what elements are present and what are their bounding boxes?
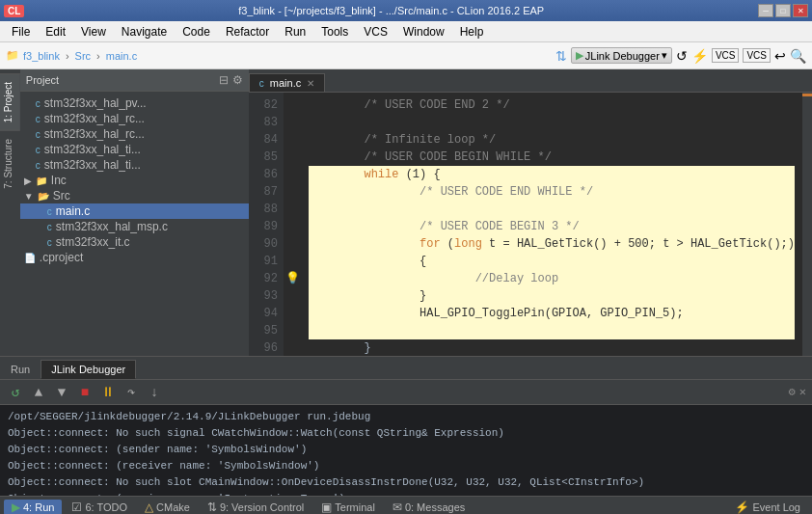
rerun-icon[interactable]: ↺ (676, 48, 688, 64)
code-editor[interactable]: 82 83 84 85 86 87 88 89 90 91 92 93 94 9… (249, 93, 812, 356)
debug-label: JLink Debugger (585, 50, 660, 62)
sidebar-item-structure[interactable]: 7: Structure (0, 130, 20, 197)
breadcrumb-file[interactable]: main.c (106, 50, 137, 62)
log-line: Object::connect: (receiver name: 'Symbol… (8, 458, 804, 474)
toolbar: 📁 f3_blink › Src › main.c ⇅ ▶ JLink Debu… (0, 42, 812, 69)
taskbar-vcs[interactable]: ⇅ 9: Version Control (200, 500, 311, 515)
titlebar-left: CL (4, 5, 24, 17)
maximize-button[interactable]: □ (775, 4, 791, 17)
chevron-right-icon: ▶ (24, 176, 32, 186)
log-line: Object::connect: No such signal CWatchWi… (8, 425, 804, 442)
taskbar-eventlog[interactable]: ⚡ Event Log (727, 500, 808, 515)
list-item[interactable]: ▶ 📁 Inc (20, 173, 249, 188)
app-icon: CL (4, 5, 24, 17)
tab-close-icon[interactable]: ✕ (307, 78, 314, 89)
scroll-down-button[interactable]: ▼ (52, 383, 71, 402)
code-line-84: /* Infinite loop */ (309, 131, 795, 149)
menu-code[interactable]: Code (175, 23, 218, 41)
tab-run[interactable]: Run (0, 360, 41, 379)
left-sidebar-tabs: 1: Project 7: Structure (0, 69, 20, 356)
folder-icon: 📁 (6, 49, 19, 62)
tab-jlink[interactable]: JLink Debugger (41, 360, 136, 379)
menu-run[interactable]: Run (277, 23, 313, 41)
window-controls[interactable]: ─ □ ✕ (758, 4, 808, 17)
right-scrollbar[interactable] (802, 93, 812, 356)
vcs-update-icon[interactable]: VCS (712, 48, 740, 63)
menu-refactor[interactable]: Refactor (218, 23, 277, 41)
sidebar-item-project[interactable]: 1: Project (0, 73, 20, 130)
log-line: Object::connect: No such slot CMainWindo… (8, 474, 804, 491)
list-item[interactable]: ▼ 📂 Src (20, 188, 249, 203)
taskbar-terminal[interactable]: ▣ Terminal (313, 500, 383, 515)
step-over-button[interactable]: ↷ (122, 383, 141, 402)
search-icon[interactable]: 🔍 (790, 48, 806, 64)
code-line-86: while (1) { (309, 166, 795, 183)
todo-icon: ☑ (71, 500, 82, 514)
menu-view[interactable]: View (73, 23, 114, 41)
taskbar-run[interactable]: ▶ 4: Run (4, 500, 62, 515)
list-item[interactable]: c stm32f3xx_hal_msp.c (20, 219, 249, 234)
hide-icon[interactable]: ✕ (799, 385, 806, 399)
debug-config-dropdown[interactable]: ▶ JLink Debugger ▾ (571, 47, 672, 64)
settings-icon[interactable]: ⚙ (789, 385, 796, 399)
bottom-panel: Run JLink Debugger ↺ ▲ ▼ ■ ⏸ ↷ ↓ ⚙ ✕ /op… (0, 356, 812, 496)
line-numbers: 82 83 84 85 86 87 88 89 90 91 92 93 94 9… (249, 93, 284, 356)
code-content[interactable]: /* USER CODE END 2 */ /* Infinite loop *… (301, 93, 802, 356)
scroll-up-button[interactable]: ▲ (29, 383, 48, 402)
log-line: /opt/SEGGER/jlinkdebugger/2.14.9/JLinkDe… (8, 409, 804, 425)
close-button[interactable]: ✕ (793, 4, 808, 17)
list-item[interactable]: c stm32f3xx_hal_ti... (20, 142, 249, 157)
list-item[interactable]: c stm32f3xx_hal_ti... (20, 157, 249, 173)
menu-vcs[interactable]: VCS (356, 23, 395, 41)
settings-icon[interactable]: ⚙ (232, 73, 243, 87)
vcs-commit-icon[interactable]: VCS (743, 48, 771, 63)
taskbar-messages[interactable]: ✉ 0: Messages (385, 500, 473, 515)
breadcrumb-src[interactable]: Src (75, 50, 92, 62)
project-header: Project ⊟ ⚙ (20, 69, 249, 92)
messages-icon: ✉ (392, 500, 402, 514)
menu-edit[interactable]: Edit (38, 23, 73, 41)
bottom-toolbar-right: ⚙ ✕ (789, 385, 806, 399)
code-line-82: /* USER CODE END 2 */ (309, 96, 795, 114)
list-item-main-c[interactable]: c main.c (20, 203, 249, 219)
c-file-icon: c (47, 222, 52, 232)
gutter: 💡 (284, 93, 301, 356)
pause-button[interactable]: ⏸ (98, 383, 118, 402)
build-icon[interactable]: ⚡ (691, 48, 708, 64)
file-icon: 📄 (24, 253, 36, 263)
taskbar-run-label: 4: Run (23, 501, 54, 513)
collapse-all-icon[interactable]: ⊟ (219, 73, 229, 87)
menu-window[interactable]: Window (395, 23, 452, 41)
list-item[interactable]: c stm32f3xx_hal_rc... (20, 111, 249, 126)
taskbar-cmake[interactable]: △ CMake (137, 500, 198, 515)
list-item[interactable]: c stm32f3xx_it.c (20, 234, 249, 250)
log-line: Object::connect: (receiver name: 'Instru… (8, 491, 804, 496)
bottom-content: /opt/SEGGER/jlinkdebugger/2.14.9/JLinkDe… (0, 405, 812, 496)
breadcrumb-project[interactable]: f3_blink (23, 50, 60, 62)
step-into-button[interactable]: ↓ (145, 383, 164, 402)
code-line-93: } (309, 287, 795, 305)
minimize-button[interactable]: ─ (758, 4, 773, 17)
list-item[interactable]: c stm32f3xx_hal_rc... (20, 126, 249, 142)
code-line-87: /* USER CODE END WHILE */ (309, 183, 795, 201)
menu-help[interactable]: Help (452, 23, 492, 41)
menu-tools[interactable]: Tools (313, 23, 356, 41)
project-title: Project (26, 74, 59, 86)
code-line-91: { (309, 253, 795, 270)
c-file-icon: c (36, 129, 41, 140)
tab-main-c[interactable]: c main.c ✕ (249, 73, 325, 92)
stop-button[interactable]: ■ (75, 383, 95, 402)
list-item[interactable]: 📄 .cproject (20, 250, 249, 265)
menu-navigate[interactable]: Navigate (114, 23, 175, 41)
editor-area: c main.c ✕ 82 83 84 85 86 87 88 89 90 91… (249, 69, 812, 356)
lightbulb-icon[interactable]: 💡 (284, 270, 301, 287)
rollback-icon[interactable]: ↩ (774, 48, 786, 64)
sync-icon[interactable]: ⇅ (555, 48, 567, 64)
menu-file[interactable]: File (4, 23, 38, 41)
code-line-92: //Delay loop (309, 270, 795, 287)
taskbar-todo[interactable]: ☑ 6: TODO (64, 500, 135, 515)
list-item[interactable]: c stm32f3xx_hal_pv... (20, 95, 249, 111)
rerun-button[interactable]: ↺ (6, 383, 25, 402)
event-log-icon: ⚡ (735, 500, 749, 514)
debug-icon: ▶ (576, 49, 583, 62)
